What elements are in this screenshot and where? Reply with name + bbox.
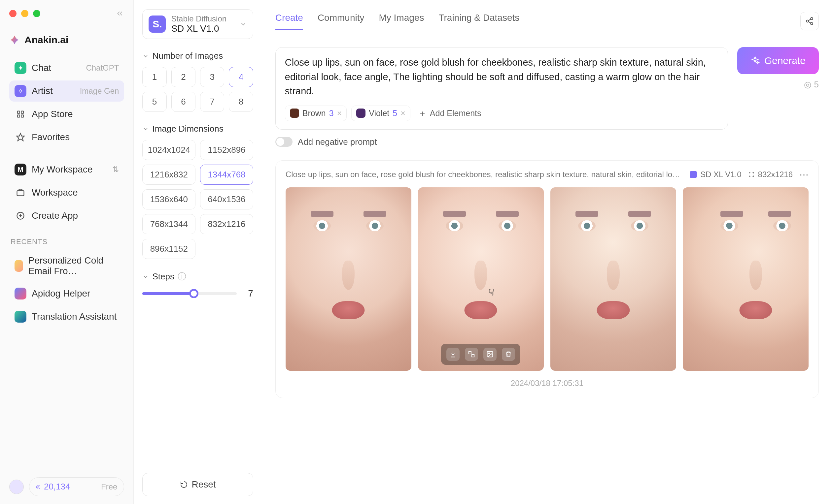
download-button[interactable]: [446, 348, 460, 361]
topbar: CreateCommunityMy ImagesTraining & Datas…: [262, 0, 832, 37]
svg-point-7: [810, 18, 813, 20]
workspace-badge-icon: M: [15, 164, 26, 175]
delete-button[interactable]: [502, 348, 515, 361]
result-card: Close up lips, sun on face, rose gold bl…: [275, 160, 819, 398]
recent-label: Apidog Helper: [32, 288, 90, 299]
nav-chat[interactable]: ✦ Chat ChatGPT: [9, 57, 124, 79]
tab-create[interactable]: Create: [275, 12, 303, 30]
section-dimensions: Image Dimensions 1024x10241152x8961216x8…: [142, 124, 253, 259]
nav-tag: Image Gen: [80, 86, 119, 96]
sort-icon: ⇅: [112, 165, 119, 174]
result-timestamp: 2024/03/18 17:05:31: [286, 379, 809, 388]
nav-my-workspace[interactable]: M My Workspace ⇅: [9, 159, 124, 180]
dimension-option-1216x832[interactable]: 1216x832: [142, 165, 196, 185]
credits-pill[interactable]: ◎ 20,134 Free: [29, 477, 124, 496]
info-icon[interactable]: ⓘ: [178, 271, 186, 282]
maximize-window[interactable]: [33, 10, 40, 17]
result-model: SD XL V1.0: [690, 170, 742, 179]
plan-label: Free: [101, 482, 117, 492]
tab-community[interactable]: Community: [318, 12, 364, 30]
recent-label: Personalized Cold Email Fro…: [28, 255, 119, 276]
nav-artist[interactable]: ✧ Artist Image Gen: [9, 81, 124, 102]
nav-label: App Store: [32, 109, 73, 119]
coin-icon: ◎: [36, 483, 41, 490]
model-selector[interactable]: S. Stable Diffusion SD XL V1.0: [142, 9, 253, 39]
brand-name: Anakin.ai: [24, 34, 68, 46]
dimension-option-1536x640[interactable]: 1536x640: [142, 189, 196, 209]
nav-favorites[interactable]: Favorites: [9, 127, 124, 148]
svg-rect-10: [469, 352, 471, 354]
user-avatar[interactable]: [9, 480, 24, 494]
num-images-option-8[interactable]: 8: [229, 92, 253, 112]
num-images-option-7[interactable]: 7: [200, 92, 224, 112]
section-toggle[interactable]: Steps ⓘ: [142, 271, 253, 282]
dimension-option-1152x896[interactable]: 1152x896: [200, 140, 253, 160]
tab-my-images[interactable]: My Images: [379, 12, 424, 30]
nav-label: Artist: [32, 86, 53, 96]
recent-item-1[interactable]: Apidog Helper: [9, 283, 124, 304]
coin-icon: ◎: [804, 80, 811, 90]
prompt-text[interactable]: Close up lips, sun on face, rose gold bl…: [285, 55, 719, 99]
result-prompt: Close up lips, sun on face, rose gold bl…: [286, 170, 683, 179]
nav-label: Workspace: [32, 187, 78, 198]
credits-value: 20,134: [44, 482, 70, 492]
tab-training-datasets[interactable]: Training & Datasets: [438, 12, 519, 30]
dimension-option-768x1344[interactable]: 768x1344: [142, 214, 196, 234]
svg-rect-0: [18, 111, 20, 113]
minimize-window[interactable]: [21, 10, 28, 17]
dimension-option-1024x1024[interactable]: 1024x1024: [142, 140, 196, 160]
share-button[interactable]: [800, 12, 819, 30]
num-images-option-1[interactable]: 1: [142, 67, 166, 87]
close-window[interactable]: [9, 10, 17, 17]
edit-button[interactable]: [483, 348, 497, 361]
nav-workspace[interactable]: Workspace: [9, 182, 124, 203]
section-title: Steps: [152, 272, 174, 282]
num-images-option-6[interactable]: 6: [171, 92, 196, 112]
nav-label: My Workspace: [32, 164, 93, 175]
section-toggle[interactable]: Image Dimensions: [142, 124, 253, 134]
remove-chip-icon[interactable]: ×: [400, 109, 406, 118]
result-image-2[interactable]: [550, 187, 676, 371]
result-image-1[interactable]: [418, 187, 544, 371]
dimension-option-1344x768[interactable]: 1344x768: [200, 165, 253, 185]
steps-slider[interactable]: [142, 292, 236, 295]
neg-prompt-label: Add negative prompt: [298, 137, 377, 147]
num-images-option-2[interactable]: 2: [171, 67, 196, 87]
more-icon[interactable]: ⋯: [799, 169, 809, 180]
dimension-option-640x1536[interactable]: 640x1536: [200, 189, 253, 209]
chip-name: Violet: [369, 109, 389, 118]
reset-label: Reset: [192, 479, 216, 490]
num-images-option-4[interactable]: 4: [229, 67, 253, 87]
result-image-3[interactable]: [683, 187, 809, 371]
swatch-icon: [290, 109, 299, 118]
chevron-down-icon: [142, 126, 149, 132]
window-controls: [9, 9, 124, 18]
element-chip-brown[interactable]: Brown3×: [285, 106, 347, 121]
variation-button[interactable]: [465, 348, 478, 361]
nav-create-app[interactable]: Create App: [9, 205, 124, 226]
chevron-down-icon: [240, 21, 247, 28]
nav-label: Chat: [32, 63, 51, 73]
svg-rect-5: [17, 191, 24, 196]
dimension-option-896x1152[interactable]: 896x1152: [142, 239, 196, 259]
app-icon: [15, 288, 26, 300]
collapse-sidebar-icon[interactable]: [115, 9, 124, 18]
result-image-0[interactable]: [286, 187, 411, 371]
briefcase-icon: [15, 187, 26, 199]
section-toggle[interactable]: Number of Images: [142, 51, 253, 61]
neg-prompt-toggle[interactable]: [275, 137, 292, 147]
num-images-option-5[interactable]: 5: [142, 92, 166, 112]
element-chip-violet[interactable]: Violet5×: [351, 106, 410, 121]
prompt-box[interactable]: Close up lips, sun on face, rose gold bl…: [275, 47, 728, 130]
add-elements-button[interactable]: ＋Add Elements: [415, 105, 485, 121]
remove-chip-icon[interactable]: ×: [337, 109, 342, 118]
recent-item-0[interactable]: Personalized Cold Email Fro…: [9, 251, 124, 281]
num-images-option-3[interactable]: 3: [200, 67, 224, 87]
svg-marker-4: [17, 133, 24, 141]
nav-appstore[interactable]: App Store: [9, 104, 124, 125]
recent-item-2[interactable]: Translation Assistant: [9, 306, 124, 327]
reset-button[interactable]: Reset: [142, 473, 253, 496]
dimension-option-832x1216[interactable]: 832x1216: [200, 214, 253, 234]
generate-button[interactable]: Generate: [737, 47, 819, 74]
svg-point-13: [489, 353, 490, 354]
